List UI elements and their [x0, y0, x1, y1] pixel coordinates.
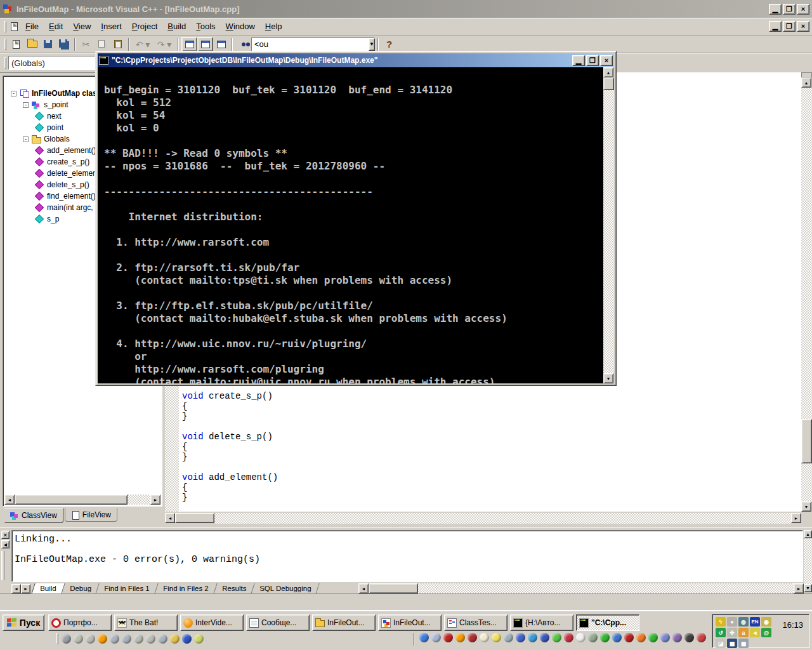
quicklaunch-icon[interactable] — [455, 633, 465, 642]
task-button[interactable]: InterVide... — [180, 614, 244, 631]
antivirus-icon[interactable]: a — [738, 628, 749, 637]
clock[interactable]: 16:13 — [782, 620, 803, 630]
close-output-button[interactable]: × — [1, 531, 10, 539]
task-button[interactable]: InFileOut... — [378, 614, 442, 631]
quicklaunch-icon[interactable] — [170, 634, 180, 644]
close-button[interactable]: × — [797, 4, 809, 15]
task-button[interactable]: Портфо... — [48, 614, 112, 631]
workspace-toggle-button[interactable] — [181, 37, 197, 51]
output-tab-debug[interactable]: Debug — [61, 583, 100, 594]
collapse-output-button[interactable]: ◂ — [1, 540, 10, 548]
recorder-icon[interactable]: ● — [727, 617, 737, 627]
mdi-restore-button[interactable]: ❐ — [783, 21, 796, 32]
quicklaunch-icon[interactable] — [443, 633, 453, 642]
quicklaunch-icon[interactable] — [564, 633, 573, 642]
network-icon[interactable]: ▣ — [738, 639, 749, 648]
scroll-down-button[interactable]: ▼ — [801, 501, 811, 512]
quicklaunch-icon[interactable] — [419, 633, 429, 642]
menu-build[interactable]: Build — [162, 20, 191, 33]
split-box[interactable] — [801, 72, 812, 77]
quicklaunch-icon[interactable] — [648, 633, 658, 642]
quicklaunch-icon[interactable] — [684, 633, 694, 642]
flash-icon[interactable]: ϟ — [716, 617, 726, 627]
scroll-thumb[interactable] — [603, 77, 614, 90]
menu-help[interactable]: Help — [260, 20, 287, 33]
find-in-files-button[interactable] — [235, 37, 251, 51]
scroll-down-button[interactable]: ▼ — [804, 584, 812, 592]
menu-insert[interactable]: Insert — [96, 20, 127, 33]
quicklaunch-icon[interactable] — [146, 634, 155, 644]
mdi-minimize-button[interactable]: ▁ — [769, 21, 782, 32]
volume-icon[interactable]: ◄ — [750, 628, 760, 637]
scroll-track[interactable] — [603, 90, 614, 373]
quicklaunch-icon[interactable] — [74, 634, 83, 644]
find-input[interactable] — [252, 38, 369, 51]
quicklaunch-icon[interactable] — [576, 633, 586, 642]
cut-button[interactable]: ✂ — [78, 37, 94, 51]
quicklaunch-icon[interactable] — [468, 633, 477, 642]
scroll-track[interactable] — [804, 538, 812, 584]
undo-button[interactable]: ↶ ▾ — [132, 37, 154, 51]
menu-window[interactable]: Window — [221, 20, 260, 33]
task-button[interactable]: "C:\Cpp... — [576, 614, 639, 631]
scanner-icon[interactable]: ◍ — [738, 617, 749, 627]
task-button[interactable]: InFileOut... — [312, 614, 376, 631]
quicklaunch-icon[interactable] — [660, 633, 670, 642]
quicklaunch-icon[interactable] — [194, 634, 204, 644]
console-output[interactable]: buf_begin = 3101120 buf_tek = 3101120 bu… — [98, 67, 603, 383]
scroll-up-button[interactable]: ▲ — [801, 77, 811, 88]
scroll-left-button[interactable]: ◄ — [4, 494, 15, 505]
scroll-thumb[interactable] — [369, 583, 418, 594]
task-button[interactable]: Сообще... — [246, 614, 310, 631]
minimize-button[interactable]: ▁ — [769, 4, 782, 15]
mdi-close-button[interactable]: × — [797, 21, 809, 32]
menu-edit[interactable]: Edit — [44, 20, 68, 33]
task-button[interactable]: The Bat! — [114, 614, 178, 631]
copy-button[interactable] — [94, 37, 110, 51]
paste-button[interactable] — [110, 37, 126, 51]
quicklaunch-icon[interactable] — [540, 633, 549, 642]
scroll-right-button[interactable]: ► — [791, 513, 801, 523]
toolbar-grip[interactable] — [4, 21, 6, 32]
mail-monitor-icon[interactable]: @ — [761, 628, 771, 637]
tabs-scroll-left-button[interactable]: ◄ — [11, 584, 21, 594]
quicklaunch-icon[interactable] — [612, 633, 622, 642]
scroll-thumb[interactable] — [15, 494, 128, 505]
context-help-button[interactable]: ? — [381, 37, 397, 51]
quicklaunch-icon[interactable] — [134, 634, 143, 644]
quicklaunch-icon[interactable] — [182, 634, 192, 644]
quicklaunch-icon[interactable] — [588, 633, 598, 642]
window-list-button[interactable] — [213, 37, 229, 51]
update-icon[interactable]: ↺ — [716, 628, 726, 637]
find-combo-arrow[interactable]: ▼ — [369, 38, 375, 51]
redo-button[interactable]: ↷ ▾ — [154, 37, 175, 51]
quicklaunch-icon[interactable] — [492, 633, 501, 642]
quicklaunch-icon[interactable] — [431, 633, 441, 642]
quicklaunch-icon[interactable] — [98, 634, 107, 644]
tab-fileview[interactable]: FileView — [65, 508, 117, 522]
task-button[interactable]: ClassTes... — [444, 614, 508, 631]
scroll-track[interactable] — [214, 513, 791, 524]
menu-view[interactable]: View — [68, 20, 96, 33]
menu-file[interactable]: File — [20, 20, 44, 33]
new-file-button[interactable] — [8, 37, 24, 51]
viewer-icon[interactable]: ◉ — [761, 617, 771, 627]
quicklaunch-icon[interactable] — [600, 633, 610, 642]
display-settings-icon[interactable]: ▦ — [727, 639, 737, 648]
expand-toggle[interactable]: - — [23, 102, 29, 108]
toolbar-grip[interactable] — [56, 633, 58, 644]
output-tab-results[interactable]: Results — [213, 583, 255, 594]
scroll-right-button[interactable]: ► — [794, 583, 804, 594]
quicklaunch-icon[interactable] — [62, 634, 71, 644]
scroll-up-button[interactable]: ▲ — [804, 530, 812, 538]
quicklaunch-icon[interactable] — [504, 633, 513, 642]
save-all-button[interactable] — [56, 37, 72, 51]
scroll-left-button[interactable]: ◄ — [165, 513, 175, 523]
tool-icon[interactable]: ◪ — [716, 639, 726, 648]
menu-tools[interactable]: Tools — [191, 20, 220, 33]
scroll-track[interactable] — [418, 583, 794, 594]
open-button[interactable] — [24, 37, 40, 51]
expand-toggle[interactable]: - — [11, 91, 16, 96]
scroll-track[interactable] — [801, 88, 812, 419]
quicklaunch-icon[interactable] — [158, 634, 167, 644]
